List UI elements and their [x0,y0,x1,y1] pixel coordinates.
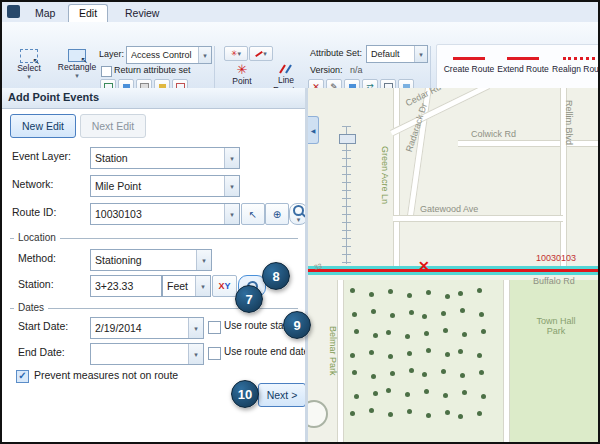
tree-icon [405,392,410,397]
tree-icon [460,308,465,313]
start-date-input[interactable]: 2/19/2014 ▾ [90,317,204,339]
station-label: Station: [18,278,54,290]
tree-icon [369,408,374,413]
units-combobox[interactable]: Feet ▾ [162,275,211,297]
rectangle-tool-icon: ↖ [68,49,86,62]
use-route-end-date-checkbox[interactable] [208,347,221,360]
tree-icon [373,391,378,396]
zoom-slider-thumb[interactable] [339,134,356,144]
chevron-down-icon[interactable]: ▾ [224,148,239,168]
tree-icon [422,314,427,319]
location-group-title: Location [14,232,60,243]
search-icon [293,205,304,216]
attribute-set-combobox[interactable]: Default ▾ [366,45,428,63]
road-label: Gatewood Ave [420,204,478,214]
tree-icon [443,393,448,398]
ribbon: ↖ Select ▾ ↖ Rectangle ▾ Layer: Access C… [2,22,598,88]
tree-icon [462,390,467,395]
tree-icon [458,291,463,296]
chevron-down-icon[interactable]: ▾ [196,250,211,270]
chevron-down-icon[interactable]: ▾ [224,176,239,196]
app-menu-icon[interactable] [7,5,20,18]
layer-label: Layer: [99,49,124,59]
station-input[interactable]: 3+23.33 [90,275,162,297]
tree-icon [479,370,484,375]
start-date-value: 2/19/2014 [95,318,187,338]
next-edit-button[interactable]: Next Edit [80,114,146,138]
application-window: Map Edit Review ↖ Select ▾ ↖ Rectangle ▾… [0,0,600,444]
event-layer-combobox[interactable]: Station ▾ [90,147,240,169]
tab-map[interactable]: Map [24,4,66,22]
zoom-slider-line [346,126,347,264]
realign-route-label: Realign Route [552,64,600,74]
road-label: Green Acre Ln [380,146,390,204]
callout-9: 9 [283,311,311,339]
tree-icon [373,333,378,338]
tree-icon [445,352,450,357]
road-label: Belmar Park [328,326,338,376]
tree-icon [424,389,429,394]
pick-plus-icon: ⊕ [273,209,281,220]
tree-icon [352,370,357,375]
tree-icon [390,371,395,376]
point-events-dropdown-button[interactable]: ✳ ▾ [224,46,248,61]
tree-icon [352,312,357,317]
return-attribute-set-label: Return attribute set [114,65,191,75]
tree-icon [477,353,482,358]
xy-coordinates-button[interactable]: XY [212,275,237,297]
use-route-start-date-checkbox[interactable] [208,321,221,334]
tree-icon [445,294,450,299]
end-date-value [95,344,187,364]
callout-10: 10 [231,380,259,408]
tree-icon [354,394,359,399]
chevron-down-icon: ▾ [75,72,79,79]
tree-icon [481,394,486,399]
layer-combobox[interactable]: Access Control ▾ [126,46,212,64]
prevent-measures-checkbox[interactable]: ✓ [16,370,29,383]
start-date-label: Start Date: [18,320,68,332]
layer-combobox-value: Access Control [131,47,198,63]
line-events-dropdown-button[interactable]: ▾ [249,46,273,61]
tree-icon [458,349,463,354]
tree-icon [369,292,374,297]
tree-icon [445,410,450,415]
calendar-dropdown-icon[interactable]: ▾ [188,344,203,364]
tree-icon [405,334,410,339]
tree-icon [477,411,482,416]
tab-edit[interactable]: Edit [68,4,108,22]
route-id-combobox[interactable]: 10030103 ▾ [90,203,240,225]
callout-8: 8 [262,262,290,290]
tree-icon [441,369,446,374]
route-pick-tool-button[interactable]: ⊕ [265,203,289,225]
new-edit-button[interactable]: New Edit [10,114,76,138]
chevron-down-icon[interactable]: ▾ [198,47,211,63]
method-combobox[interactable]: Stationing ▾ [90,249,212,271]
method-value: Stationing [95,250,195,270]
route-id-value: 10030103 [95,204,223,224]
chevron-down-icon[interactable]: ▾ [195,276,210,296]
callout-7: 7 [235,285,263,313]
collapse-panel-button[interactable]: ◀ [308,116,319,144]
tree-icon [409,310,414,315]
chevron-down-icon[interactable]: ▾ [224,204,239,224]
tree-icon [407,293,412,298]
tree-icon [369,350,374,355]
network-combobox[interactable]: Mile Point ▾ [90,175,240,197]
next-button[interactable]: Next > [258,383,306,407]
chevron-down-icon[interactable]: ▾ [414,46,427,62]
route-id-label: Route ID: [12,206,56,218]
return-attribute-set-checkbox[interactable] [101,66,112,77]
tree-icon [422,372,427,377]
calendar-dropdown-icon[interactable]: ▾ [188,318,203,338]
tab-review[interactable]: Review [114,4,170,22]
tree-icon [407,351,412,356]
tree-icon [409,368,414,373]
park-label: Town Hall Park [524,316,588,336]
map-canvas[interactable]: ✕ Cedar Rd Radarack Dr Colwick Rd Rellim… [308,88,598,442]
tree-icon [386,330,391,335]
route-pick-on-map-button[interactable]: ↖ [241,203,265,225]
tree-icon [441,311,446,316]
tree-icon [479,312,484,317]
tree-icon [443,328,448,333]
end-date-input[interactable]: ▾ [90,343,204,365]
